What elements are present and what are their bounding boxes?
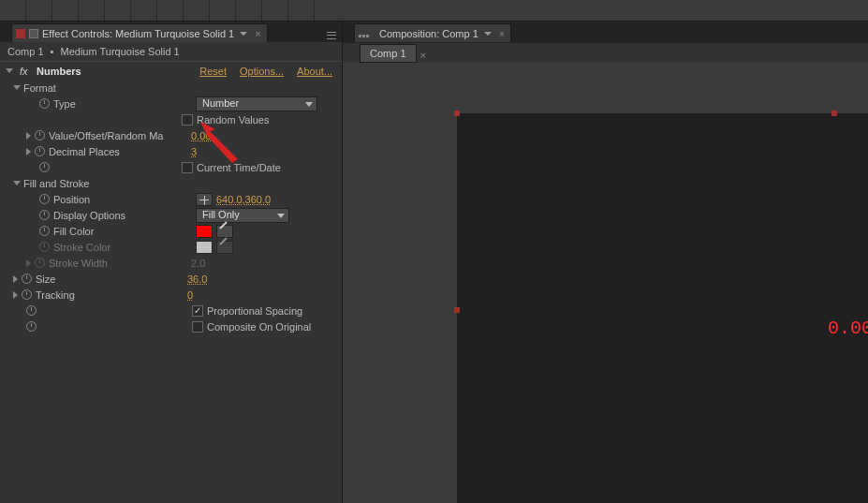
effect-controls-panel: Effect Controls: Medium Turquoise Solid … (0, 22, 343, 503)
app-toolbar (0, 0, 868, 22)
composition-panel: Composition: Comp 1 × Comp 1 × 0.000 (343, 22, 868, 503)
composite-original-label: Composite On Original (207, 321, 311, 333)
type-dropdown[interactable]: Number (196, 96, 317, 111)
stopwatch-icon[interactable] (39, 210, 50, 220)
disclosure-triangle-icon[interactable] (13, 291, 18, 299)
close-tab-icon[interactable]: × (255, 28, 260, 39)
current-time-label: Current Time/Date (197, 162, 281, 173)
toolbar-button[interactable] (262, 0, 288, 21)
toolbar-button[interactable] (157, 0, 184, 21)
panel-menu-icon[interactable] (325, 29, 338, 42)
layer-handle[interactable] (454, 111, 460, 116)
disclosure-triangle-icon[interactable] (26, 132, 31, 140)
composition-tab[interactable]: Composition: Comp 1 × (354, 23, 511, 42)
fill-color-swatch[interactable] (196, 225, 213, 238)
disclosure-triangle-icon[interactable] (26, 259, 31, 267)
chevron-down-icon (305, 102, 313, 107)
stopwatch-icon[interactable] (26, 321, 37, 332)
panel-tab-row: Composition: Comp 1 × (343, 22, 868, 42)
chevron-down-icon (277, 214, 285, 218)
toolbar-button[interactable] (236, 0, 262, 21)
stopwatch-icon[interactable] (39, 162, 50, 172)
type-label: Type (53, 98, 194, 110)
layer-color-icon (16, 29, 25, 38)
stopwatch-icon[interactable] (35, 258, 45, 268)
close-tab-icon[interactable]: × (499, 28, 505, 39)
stopwatch-icon[interactable] (35, 130, 45, 141)
value-offset-input[interactable]: 0.00 (191, 130, 211, 141)
stroke-width-input: 2.0 (191, 258, 205, 269)
dropdown-triangle-icon[interactable] (240, 32, 247, 36)
toolbar-button[interactable] (52, 0, 79, 21)
effect-name: Numbers (37, 66, 196, 77)
toolbar-button[interactable] (105, 0, 131, 21)
stopwatch-icon[interactable] (39, 242, 50, 252)
stopwatch-icon[interactable] (39, 194, 50, 204)
crosshair-icon[interactable] (196, 193, 213, 206)
composite-original-checkbox[interactable] (192, 321, 203, 333)
stroke-width-label: Stroke Width (49, 258, 189, 269)
value-offset-label: Value/Offset/Random Ma (49, 130, 189, 141)
display-options-value: Fill Only (202, 209, 240, 220)
about-link[interactable]: About... (297, 66, 332, 77)
toolbar-button[interactable] (26, 0, 52, 21)
display-options-label: Display Options (53, 210, 194, 221)
breadcrumb-layer[interactable]: Medium Turquoise Solid 1 (61, 46, 180, 57)
rendered-number: 0.000 (828, 318, 868, 339)
stopwatch-icon[interactable] (39, 226, 50, 236)
composition-icon (359, 29, 372, 38)
toolbar-button[interactable] (0, 0, 26, 21)
toolbar-button[interactable] (210, 0, 236, 21)
effect-controls-tab[interactable]: Effect Controls: Medium Turquoise Solid … (11, 23, 268, 42)
random-values-checkbox[interactable] (182, 114, 193, 126)
stopwatch-icon[interactable] (22, 274, 32, 284)
options-link[interactable]: Options... (240, 66, 284, 77)
stroke-color-swatch (196, 241, 213, 254)
disclosure-triangle-icon[interactable] (13, 85, 21, 90)
stopwatch-icon[interactable] (39, 98, 50, 109)
tracking-label: Tracking (36, 289, 185, 301)
tab-title: Effect Controls: Medium Turquoise Solid … (42, 28, 234, 39)
effect-header[interactable]: fx Numbers Reset Options... About... (0, 61, 342, 80)
toolbar-button[interactable] (184, 0, 210, 21)
size-label: Size (36, 274, 185, 285)
composition-viewer[interactable]: 0.000 (343, 63, 868, 503)
stopwatch-icon[interactable] (22, 289, 32, 300)
toolbar-button[interactable] (288, 0, 315, 21)
disclosure-triangle-icon[interactable] (13, 181, 21, 185)
panel-tab-row: Effect Controls: Medium Turquoise Solid … (0, 22, 342, 42)
layer-handle[interactable] (831, 111, 837, 116)
panel-doc-icon (29, 29, 38, 38)
display-options-dropdown[interactable]: Fill Only (196, 208, 289, 223)
random-values-label: Random Values (197, 114, 269, 126)
current-time-checkbox[interactable] (182, 162, 193, 173)
comp-tab-title: Composition: Comp 1 (379, 28, 478, 39)
reset-link[interactable]: Reset (199, 66, 227, 77)
solid-layer[interactable]: 0.000 (457, 113, 868, 503)
comp-sub-tab[interactable]: Comp 1 (360, 44, 417, 63)
decimal-places-input[interactable]: 3 (191, 146, 197, 157)
stopwatch-icon[interactable] (35, 146, 45, 156)
toolbar-button[interactable] (79, 0, 105, 21)
type-value: Number (202, 97, 239, 109)
disclosure-triangle-icon[interactable] (13, 275, 18, 283)
fx-badge-icon[interactable]: fx (20, 66, 33, 77)
size-input[interactable]: 36.0 (187, 274, 207, 285)
proportional-spacing-checkbox[interactable] (192, 305, 203, 317)
stroke-color-label: Stroke Color (53, 242, 194, 253)
disclosure-triangle-icon[interactable] (26, 148, 31, 155)
position-input[interactable]: 640.0,360.0 (216, 194, 271, 205)
eyedropper-icon[interactable] (216, 225, 233, 238)
decimal-places-label: Decimal Places (49, 146, 189, 157)
layer-handle[interactable] (454, 307, 460, 313)
proportional-spacing-label: Proportional Spacing (207, 305, 302, 317)
dropdown-triangle-icon[interactable] (484, 32, 492, 36)
close-sub-tab-icon[interactable]: × (420, 50, 426, 61)
toolbar-button[interactable] (131, 0, 157, 21)
group-format-label: Format (23, 82, 164, 94)
group-fill-stroke-label: Fill and Stroke (23, 178, 164, 189)
breadcrumb-comp[interactable]: Comp 1 (7, 46, 44, 57)
tracking-input[interactable]: 0 (187, 289, 193, 301)
disclosure-triangle-icon[interactable] (6, 68, 13, 73)
stopwatch-icon[interactable] (26, 305, 37, 316)
